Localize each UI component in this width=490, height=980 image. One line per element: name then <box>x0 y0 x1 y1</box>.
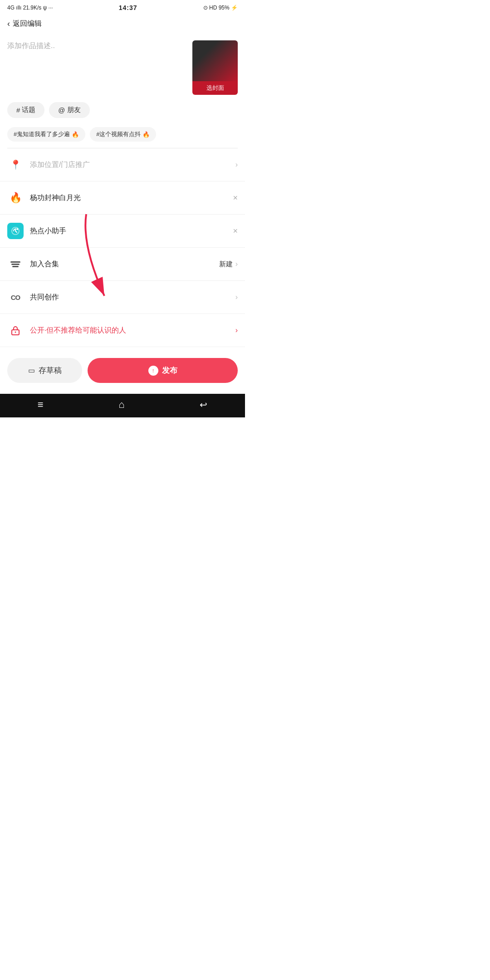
tag-buttons: # 话题 @ 朋友 <box>0 102 245 125</box>
hothelper-close[interactable]: × <box>233 226 238 236</box>
nav-menu-button[interactable]: ≡ <box>38 400 44 410</box>
privacy-label: 公开·但不推荐给可能认识的人 <box>30 326 235 335</box>
home-icon: ⌂ <box>118 399 124 411</box>
privacy-lock-icon <box>7 322 24 338</box>
trending-label: 杨功封神白月光 <box>30 193 233 203</box>
status-bar: 4G ıllı 21.9K/s ψ ··· 14:37 ⊙ HD 95% ⚡ <box>0 0 245 15</box>
thumbnail-label: 选封面 <box>206 84 224 92</box>
privacy-row[interactable]: 公开·但不推荐给可能认识的人 › <box>0 314 245 347</box>
privacy-chevron: › <box>235 326 238 334</box>
privacy-chevron-icon: › <box>235 326 238 334</box>
thumbnail-overlay: 选封面 <box>192 81 238 95</box>
menu-icon: ≡ <box>38 400 44 410</box>
fire-icon: 🔥 <box>7 190 24 206</box>
collab-chevron-icon: › <box>235 293 238 301</box>
description-area: 添加作品描述.. 选封面 <box>0 33 245 102</box>
header: ‹ 返回编辑 <box>0 15 245 33</box>
status-icons: ⊙ HD 95% ⚡ <box>203 5 238 11</box>
status-left: 4G ıllı 21.9K/s ψ ··· <box>7 5 53 11</box>
hot-tag-2-text: #这个视频有点抖 <box>96 130 141 138</box>
collection-right: 新建 › <box>219 260 238 269</box>
co-icon: CO <box>11 294 20 301</box>
location-icon: 📍 <box>7 157 24 173</box>
mention-icon: @ <box>58 106 65 114</box>
collection-new-label: 新建 <box>219 260 233 269</box>
back-nav-icon: ↩ <box>200 399 207 410</box>
layers-icon <box>7 256 24 272</box>
hashtag-icon: # <box>16 106 20 114</box>
signal-text: 4G ıllı 21.9K/s ψ ··· <box>7 5 53 11</box>
trending-row[interactable]: 🔥 杨功封神白月光 × <box>0 181 245 215</box>
draft-button[interactable]: ▭ 存草稿 <box>7 358 82 383</box>
fire-icon-1: 🔥 <box>72 131 79 138</box>
location-row[interactable]: 📍 添加位置/门店推广 › <box>0 148 245 181</box>
location-chevron: › <box>235 161 238 169</box>
svg-point-3 <box>15 332 16 333</box>
hashtag-button[interactable]: # 话题 <box>7 102 44 118</box>
trending-close-icon[interactable]: × <box>233 193 238 203</box>
collection-row[interactable]: 加入合集 新建 › <box>0 248 245 281</box>
collection-label: 加入合集 <box>30 260 219 269</box>
hot-tags: #鬼知道我看了多少遍 🔥 #这个视频有点抖 🔥 <box>0 125 245 148</box>
location-chevron-icon: › <box>235 161 238 169</box>
hothelper-icon <box>7 223 24 239</box>
bottom-bar: ▭ 存草稿 ↑ 发布 <box>0 351 245 394</box>
collab-label: 共同创作 <box>30 293 235 302</box>
back-button[interactable]: ‹ 返回编辑 <box>7 19 42 29</box>
draft-label: 存草稿 <box>39 365 62 376</box>
mention-label: 朋友 <box>67 106 81 114</box>
publish-upload-icon: ↑ <box>148 366 158 376</box>
collab-chevron: › <box>235 293 238 301</box>
fire-icon-2: 🔥 <box>142 131 150 138</box>
status-time: 14:37 <box>119 4 137 11</box>
publish-label: 发布 <box>162 365 177 376</box>
hothelper-label: 热点小助手 <box>30 226 233 236</box>
hashtag-label: 话题 <box>22 106 35 114</box>
mention-button[interactable]: @ 朋友 <box>49 102 89 118</box>
nav-bar: ≡ ⌂ ↩ <box>0 394 245 417</box>
hot-tag-2[interactable]: #这个视频有点抖 🔥 <box>90 127 156 142</box>
draft-icon: ▭ <box>28 366 35 375</box>
back-chevron-icon: ‹ <box>7 19 10 29</box>
svg-point-0 <box>16 228 18 230</box>
hot-tag-1[interactable]: #鬼知道我看了多少遍 🔥 <box>7 127 85 142</box>
nav-back-button[interactable]: ↩ <box>200 399 207 410</box>
description-placeholder[interactable]: 添加作品描述.. <box>7 40 187 95</box>
collab-row[interactable]: CO 共同创作 › <box>0 281 245 314</box>
collection-chevron-icon: › <box>235 260 238 268</box>
hothelper-close-icon[interactable]: × <box>233 226 238 236</box>
nav-home-button[interactable]: ⌂ <box>118 399 124 411</box>
hot-tag-1-text: #鬼知道我看了多少遍 <box>14 130 70 138</box>
hothelper-row[interactable]: 热点小助手 × <box>0 215 245 248</box>
back-label: 返回编辑 <box>13 19 42 29</box>
thumbnail-image <box>192 40 238 81</box>
co-icon-container: CO <box>7 289 24 305</box>
status-right: ⊙ HD 95% ⚡ <box>203 5 238 11</box>
publish-button[interactable]: ↑ 发布 <box>88 358 238 383</box>
location-label: 添加位置/门店推广 <box>30 160 235 170</box>
thumbnail[interactable]: 选封面 <box>192 40 238 95</box>
trending-close[interactable]: × <box>233 193 238 203</box>
